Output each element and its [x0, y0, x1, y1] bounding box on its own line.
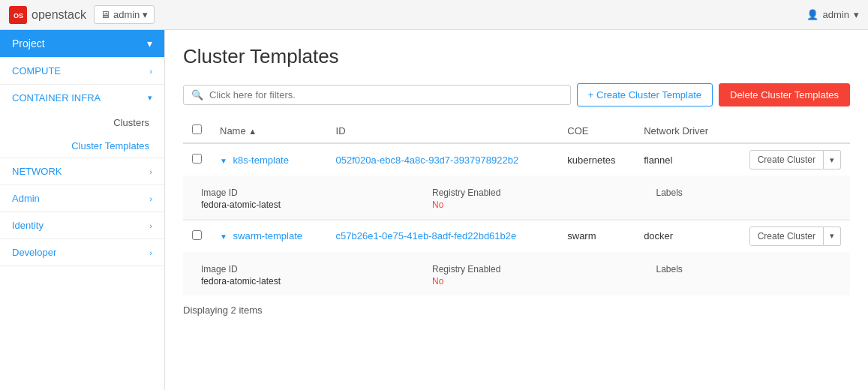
- identity-label: Identity: [12, 220, 44, 231]
- clusters-label: Clusters: [113, 117, 149, 128]
- sidebar-item-compute[interactable]: COMPUTE ›: [0, 58, 164, 84]
- admin-label: Admin: [12, 193, 40, 204]
- create-cluster-dropdown-button-0[interactable]: ▾: [824, 150, 841, 170]
- action-group-0: Create Cluster ▾: [739, 150, 841, 170]
- actions-column-header: [730, 118, 850, 143]
- sidebar-project-section: Project ▾: [0, 30, 164, 58]
- expand-icon-1: ▼: [220, 232, 227, 241]
- openstack-icon: OS: [12, 9, 24, 21]
- detail-cell-1: Image ID fedora-atomic-latest Registry E…: [183, 252, 850, 296]
- table-row: ▼ swarm-template c57b26e1-0e75-41eb-8adf…: [183, 220, 850, 252]
- expand-icon-0: ▼: [220, 157, 227, 165]
- cluster-templates-label: Cluster Templates: [71, 140, 149, 152]
- row-checkbox-cell: [183, 143, 211, 176]
- sidebar-identity-section: Identity ›: [0, 212, 164, 239]
- search-input[interactable]: [209, 89, 563, 100]
- table-row: ▼ k8s-template 052f020a-ebc8-4a8c-93d7-3…: [183, 143, 850, 176]
- labels-detail-0: Labels: [656, 188, 833, 210]
- coe-column-header: COE: [558, 118, 635, 143]
- cluster-templates-table: Name ▲ ID COE Network Driver: [183, 118, 850, 296]
- registry-enabled-detail-0: Registry Enabled No: [432, 188, 650, 210]
- developer-chevron-icon: ›: [149, 248, 152, 257]
- sidebar-item-clusters[interactable]: Clusters: [0, 111, 164, 134]
- sidebar-item-identity[interactable]: Identity ›: [0, 212, 164, 238]
- template-coe-0: kubernetes: [567, 154, 615, 166]
- table-body: ▼ k8s-template 052f020a-ebc8-4a8c-93d7-3…: [183, 143, 850, 296]
- row-checkbox-1[interactable]: [192, 230, 202, 240]
- row-checkbox-0[interactable]: [192, 154, 202, 164]
- coe-header-label: COE: [567, 125, 588, 136]
- template-name-link-0[interactable]: k8s-template: [233, 154, 289, 166]
- template-name-link-1[interactable]: swarm-template: [233, 230, 302, 242]
- admin-chevron-icon: ›: [149, 194, 152, 203]
- row-id-cell: 052f020a-ebc8-4a8c-93d7-3937978922b2: [327, 143, 559, 176]
- registry-enabled-detail-1: Registry Enabled No: [432, 264, 650, 286]
- openstack-logo: OS openstack: [9, 6, 86, 24]
- select-all-checkbox[interactable]: [192, 124, 202, 134]
- user-label: admin: [823, 9, 849, 20]
- image-id-label-1: Image ID: [201, 264, 426, 274]
- create-cluster-template-button[interactable]: + Create Cluster Template: [577, 83, 713, 106]
- labels-label-0: Labels: [656, 188, 833, 198]
- sidebar-item-admin[interactable]: Admin ›: [0, 185, 164, 212]
- registry-enabled-label-1: Registry Enabled: [432, 264, 650, 274]
- detail-grid-0: Image ID fedora-atomic-latest Registry E…: [192, 182, 841, 210]
- sidebar-item-cluster-templates[interactable]: Cluster Templates: [0, 134, 164, 158]
- sidebar: Project ▾ COMPUTE › CONTAINER INFRA ▾ Cl…: [0, 30, 165, 390]
- developer-label: Developer: [12, 247, 56, 258]
- template-network-driver-0: flannel: [644, 154, 672, 166]
- dropdown-icon: ▾: [143, 9, 148, 20]
- detail-grid-1: Image ID fedora-atomic-latest Registry E…: [192, 258, 841, 286]
- labels-label-1: Labels: [656, 264, 833, 274]
- topbar-left: OS openstack 🖥 admin ▾: [9, 5, 155, 24]
- row-id-cell: c57b26e1-0e75-41eb-8adf-fed22bd61b2e: [327, 220, 559, 252]
- row-network-driver-cell: flannel: [635, 143, 730, 176]
- network-label: NETWORK: [12, 166, 62, 177]
- network-driver-header-label: Network Driver: [644, 125, 708, 136]
- search-icon: 🔍: [191, 89, 203, 100]
- template-network-driver-1: docker: [644, 230, 673, 242]
- name-column-header[interactable]: Name ▲: [211, 118, 327, 143]
- sidebar-project-chevron: ▾: [147, 38, 152, 50]
- sidebar-item-container-infra[interactable]: CONTAINER INFRA ▾: [0, 85, 164, 111]
- row-coe-cell: swarm: [558, 220, 635, 252]
- user-icon: 👤: [806, 9, 818, 20]
- main-content: Cluster Templates 🔍 + Create Cluster Tem…: [165, 30, 868, 390]
- image-id-value-0: fedora-atomic-latest: [201, 200, 426, 210]
- template-id-0: 052f020a-ebc8-4a8c-93d7-3937978922b2: [336, 154, 519, 166]
- sidebar-compute-section: COMPUTE ›: [0, 58, 164, 85]
- row-actions-cell: Create Cluster ▾: [730, 143, 850, 176]
- select-all-header: [183, 118, 211, 143]
- image-id-detail-1: Image ID fedora-atomic-latest: [201, 264, 426, 286]
- template-coe-1: swarm: [567, 230, 596, 242]
- sidebar-project-item[interactable]: Project ▾: [0, 30, 164, 57]
- registry-enabled-label-0: Registry Enabled: [432, 188, 650, 198]
- template-id-1: c57b26e1-0e75-41eb-8adf-fed22bd61b2e: [336, 230, 517, 242]
- table-row-detail: Image ID fedora-atomic-latest Registry E…: [183, 252, 850, 296]
- sidebar-item-developer[interactable]: Developer ›: [0, 239, 164, 266]
- topbar-right[interactable]: 👤 admin ▾: [806, 9, 859, 20]
- row-name-cell: ▼ swarm-template: [211, 220, 327, 252]
- sidebar-container-infra-section: CONTAINER INFRA ▾ Clusters Cluster Templ…: [0, 85, 164, 158]
- row-name-cell: ▼ k8s-template: [211, 143, 327, 176]
- search-box: 🔍: [183, 85, 571, 105]
- image-id-detail-0: Image ID fedora-atomic-latest: [201, 188, 426, 210]
- create-cluster-button-1[interactable]: Create Cluster: [749, 226, 824, 246]
- name-sort-icon: ▲: [248, 127, 257, 136]
- create-cluster-dropdown-button-1[interactable]: ▾: [824, 226, 841, 246]
- row-checkbox-cell: [183, 220, 211, 252]
- admin-project-selector[interactable]: 🖥 admin ▾: [94, 5, 155, 24]
- id-header-label: ID: [336, 125, 346, 136]
- footer-text: Displaying 2 items: [183, 296, 850, 325]
- table-header-row: Name ▲ ID COE Network Driver: [183, 118, 850, 143]
- sidebar-admin-section: Admin ›: [0, 185, 164, 212]
- row-coe-cell: kubernetes: [558, 143, 635, 176]
- svg-text:OS: OS: [14, 12, 23, 20]
- create-cluster-button-0[interactable]: Create Cluster: [749, 150, 824, 170]
- detail-cell-0: Image ID fedora-atomic-latest Registry E…: [183, 176, 850, 219]
- sidebar-item-network[interactable]: NETWORK ›: [0, 158, 164, 184]
- monitor-icon: 🖥: [101, 9, 110, 20]
- delete-cluster-templates-button[interactable]: Delete Cluster Templates: [719, 83, 850, 106]
- image-id-label-0: Image ID: [201, 188, 426, 198]
- network-chevron-icon: ›: [149, 167, 152, 176]
